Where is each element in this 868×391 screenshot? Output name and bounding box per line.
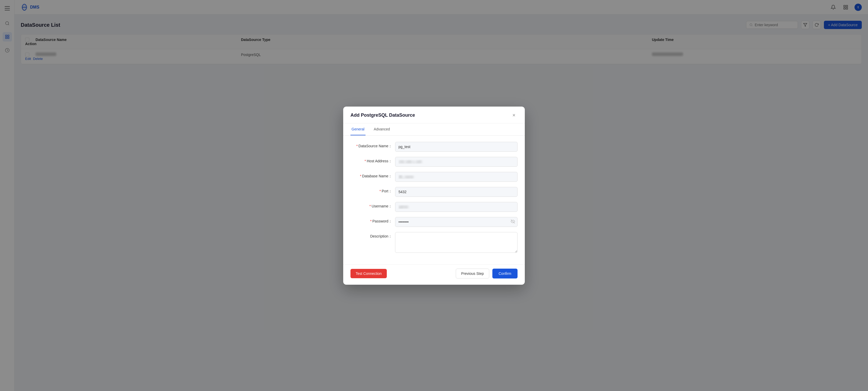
input-database-name[interactable] xyxy=(395,172,518,182)
input-datasource-name[interactable] xyxy=(395,142,518,152)
modal-tabs: General Advanced xyxy=(343,123,525,136)
label-username: *Username： xyxy=(350,202,392,209)
toggle-password-icon[interactable] xyxy=(511,219,515,225)
modal: Add PostgreSQL DataSource × General Adva… xyxy=(343,106,525,285)
input-port[interactable] xyxy=(395,187,518,197)
input-password[interactable] xyxy=(395,217,518,227)
test-connection-button[interactable]: Test Connection xyxy=(350,269,387,278)
field-description: Description： xyxy=(350,232,518,253)
main-content: DMS t DataSource List xyxy=(14,0,868,391)
label-host-address: *Host Address： xyxy=(350,157,392,164)
confirm-button[interactable]: Confirm xyxy=(492,269,518,279)
modal-header: Add PostgreSQL DataSource × xyxy=(343,106,525,123)
label-password: *Password： xyxy=(350,217,392,224)
modal-footer: Test Connection Previous Step Confirm xyxy=(343,264,525,285)
field-database-name: *Database Name： xyxy=(350,172,518,182)
field-password: *Password： xyxy=(350,217,518,227)
modal-body: *DataSource Name： *Host Address： xyxy=(343,136,525,264)
field-datasource-name: *DataSource Name： xyxy=(350,142,518,152)
tab-general[interactable]: General xyxy=(350,123,366,135)
label-database-name: *Database Name： xyxy=(350,172,392,178)
label-description: Description： xyxy=(350,232,392,239)
field-username: *Username： xyxy=(350,202,518,212)
modal-overlay: Add PostgreSQL DataSource × General Adva… xyxy=(14,14,868,391)
input-description[interactable] xyxy=(395,232,518,253)
label-datasource-name: *DataSource Name： xyxy=(350,142,392,149)
tab-advanced[interactable]: Advanced xyxy=(373,123,391,135)
input-username[interactable] xyxy=(395,202,518,212)
close-button[interactable]: × xyxy=(510,112,518,119)
modal-title: Add PostgreSQL DataSource xyxy=(350,112,415,118)
previous-step-button[interactable]: Previous Step xyxy=(456,269,489,279)
field-host-address: *Host Address： xyxy=(350,157,518,167)
footer-right-buttons: Previous Step Confirm xyxy=(456,269,518,279)
password-wrapper xyxy=(395,217,518,227)
label-port: *Port： xyxy=(350,187,392,194)
page-content: DataSource List + Add DataSource xyxy=(14,14,868,391)
input-host-address[interactable] xyxy=(395,157,518,167)
field-port: *Port： xyxy=(350,187,518,197)
